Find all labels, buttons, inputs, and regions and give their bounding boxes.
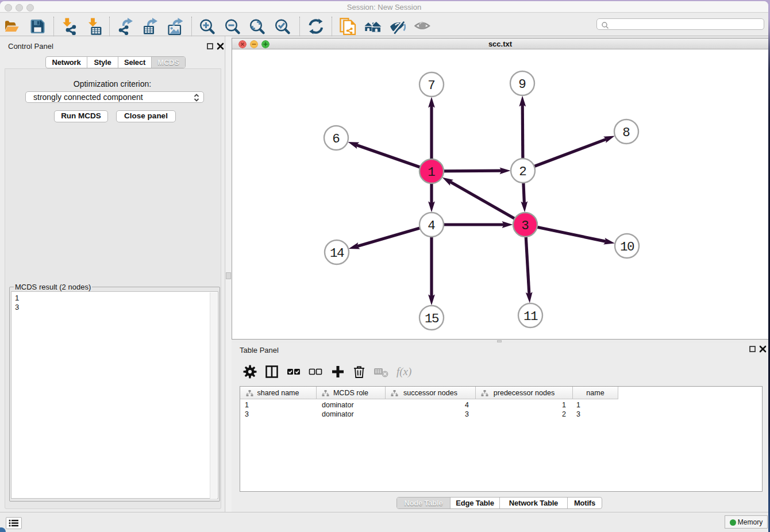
svg-text:f(x): f(x) <box>396 365 411 378</box>
svg-text:11: 11 <box>523 309 538 324</box>
svg-text:6: 6 <box>332 132 340 147</box>
svg-text:2: 2 <box>519 164 527 179</box>
svg-text:7: 7 <box>428 78 436 93</box>
svg-text:1: 1 <box>428 165 436 180</box>
svg-text:8: 8 <box>622 125 630 140</box>
svg-text:15: 15 <box>425 311 439 326</box>
svg-text:3: 3 <box>521 218 529 233</box>
svg-text:10: 10 <box>620 240 634 255</box>
svg-text:4: 4 <box>428 218 436 233</box>
svg-text:14: 14 <box>330 246 344 261</box>
svg-text:9: 9 <box>518 77 526 92</box>
